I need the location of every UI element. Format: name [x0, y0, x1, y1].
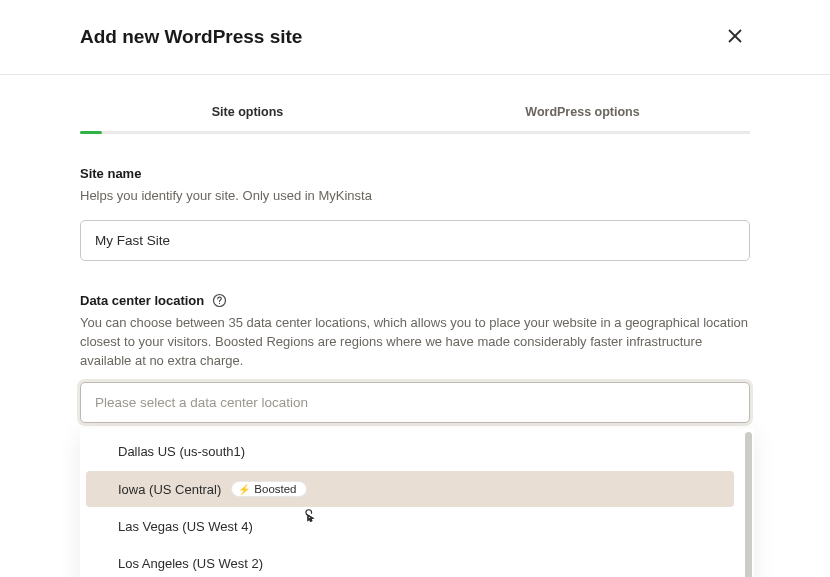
- site-name-label: Site name: [80, 166, 750, 181]
- boosted-badge: ⚡ Boosted: [231, 481, 306, 497]
- modal-header: Add new WordPress site: [0, 0, 830, 75]
- tab-wordpress-options[interactable]: WordPress options: [415, 97, 750, 129]
- data-center-field: Data center location You can choose betw…: [80, 293, 750, 424]
- data-center-label-text: Data center location: [80, 293, 204, 308]
- list-item[interactable]: Las Vegas (US West 4): [86, 509, 734, 544]
- data-center-label: Data center location: [80, 293, 750, 308]
- tab-site-options[interactable]: Site options: [80, 97, 415, 129]
- option-label: Dallas US (us-south1): [118, 444, 245, 459]
- boosted-label: Boosted: [254, 483, 296, 495]
- bolt-icon: ⚡: [238, 484, 250, 495]
- close-icon: [728, 29, 742, 46]
- site-name-field: Site name Helps you identify your site. …: [80, 166, 750, 261]
- progress-track: [80, 131, 750, 134]
- data-center-dropdown: Dallas US (us-south1) Iowa (US Central) …: [80, 428, 754, 577]
- help-icon[interactable]: [212, 293, 227, 308]
- site-name-help: Helps you identify your site. Only used …: [80, 187, 750, 206]
- list-item[interactable]: [86, 428, 734, 432]
- list-item[interactable]: Iowa (US Central) ⚡ Boosted: [86, 471, 734, 507]
- progress-fill: [80, 131, 102, 134]
- close-button[interactable]: [720, 22, 750, 52]
- data-center-select[interactable]: Please select a data center location: [80, 382, 750, 423]
- option-label: Los Angeles (US West 2): [118, 556, 263, 571]
- site-name-input[interactable]: [80, 220, 750, 261]
- scrollbar-thumb[interactable]: [745, 432, 752, 577]
- option-label: Iowa (US Central): [118, 482, 221, 497]
- option-label: Las Vegas (US West 4): [118, 519, 253, 534]
- list-item[interactable]: Los Angeles (US West 2): [86, 546, 734, 577]
- svg-point-3: [219, 303, 220, 304]
- data-center-help: You can choose between 35 data center lo…: [80, 314, 750, 371]
- modal-title: Add new WordPress site: [80, 26, 302, 48]
- tabs: Site options WordPress options: [80, 97, 750, 129]
- list-item[interactable]: Dallas US (us-south1): [86, 434, 734, 469]
